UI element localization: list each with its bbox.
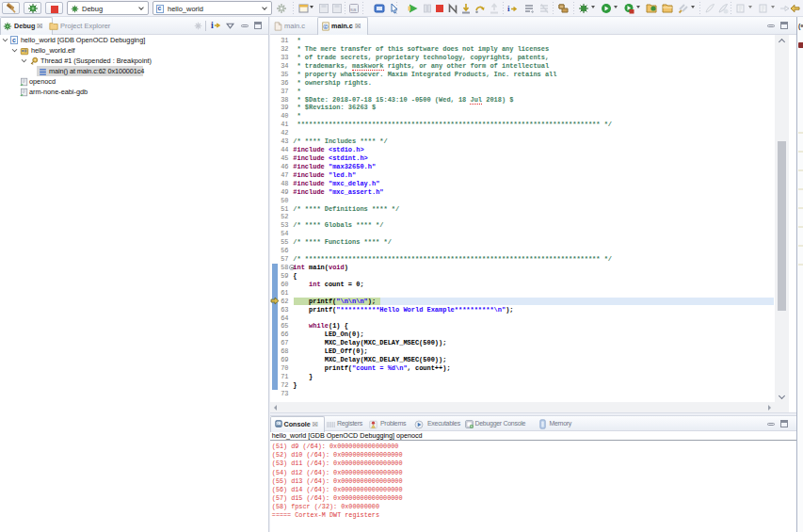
svg-text:c: c [325, 24, 328, 29]
svg-text:sa: sa [350, 7, 357, 12]
svg-text:i: i [507, 4, 510, 13]
